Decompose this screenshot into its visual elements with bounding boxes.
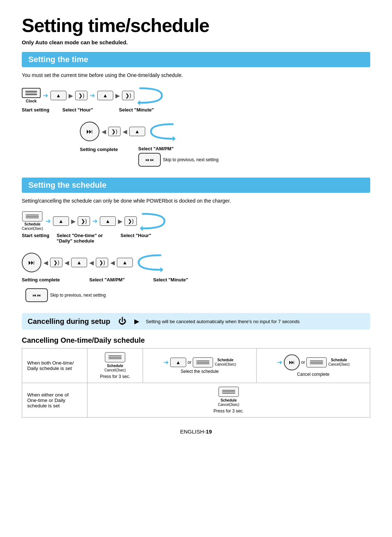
sched-setting-complete-label: Setting complete [22,277,73,282]
curve-arrow1 [136,85,166,106]
sched-skip-row: ⏮⏭ Skip to previous, next setting [25,288,370,302]
select-hour-label: Select "Hour" [62,107,106,113]
sched-row1: ScheduleCancel(3sec) ➜ ▲ ▶ ❯) ➜ ▲ ▶ ❯) [22,210,370,232]
cancel-row2: When either one of One-time or Daily sch… [22,383,370,418]
time-row2-labels: Setting complete Select "AM/PM" ⏮⏭ Skip … [80,146,370,167]
clock-label: Clock [26,99,37,103]
time-row2: ⏭ ◀ ❯) ◀ ▲ [80,121,370,142]
left-arrow1: ◀ [102,128,106,135]
ampm-up-icon: ▲ [129,127,145,136]
hour-next-group: ❯) [75,91,87,100]
sched-next2: ❯) [124,216,137,226]
cancel-row1-label: When both One-time/ Daily schedule is se… [22,349,87,383]
cancel-schedule-section: Cancelling One-time/Daily schedule When … [22,336,370,418]
sched-next4: ❯) [96,258,108,267]
cancel-or: or [188,360,192,365]
select-minute-label: Select "Minute" [119,107,166,113]
black-triangle: ▶ [134,317,139,325]
cancel-setup-desc: Setting will be canceled automatically w… [146,319,300,324]
start-setting-label: Start setting [22,107,49,113]
sched-row2: ⏭ ◀ ❯) ◀ ▲ ◀ ❯) ◀ ▲ [22,252,370,273]
cancel-row1-complete: ➜ ⏭ or ScheduleCancel(3sec) Cancel compl… [257,349,370,383]
time-setting-complete-label: Setting complete [80,146,118,152]
time-row1-labels: Start setting Select "Hour" Select "Minu… [22,107,370,113]
triangle-right2: ▶ [115,92,120,99]
triangle-right1: ▶ [69,92,73,99]
cancel-row1: When both One-time/ Daily schedule is se… [22,349,370,383]
power-icon: ⏻ [118,317,126,326]
sched-select-hour-label: Select "Hour" [121,233,168,238]
sched-next3: ❯) [50,258,62,267]
cancel-playpause: ⏭ [284,354,300,370]
minute-up-group: ▲ [97,91,113,100]
cancel-row2-press-label: Press for 3 sec. [213,408,244,414]
footer-number: 19 [206,428,212,435]
sched-start-label: Start setting [22,233,51,238]
setting-time-section: Setting the time You must set the curren… [22,52,370,167]
skip-label: Skip to previous, next setting [163,157,219,162]
sched-curve1 [139,210,168,232]
subtitle: Only Auto clean mode can be scheduled. [22,39,370,45]
cancel-sched-icon4 [219,387,239,397]
setting-schedule-section: Setting the schedule Setting/cancelling … [22,178,370,302]
sched-icon-label: ScheduleCancel(3sec) [22,222,43,231]
clock-icon [22,88,41,98]
sched-up3: ▲ [71,258,87,267]
hour-next-icon: ❯) [75,91,87,100]
sched-select-onetime-label: Select "One-time" or "Daily" schedule [57,233,111,244]
svg-marker-0 [137,100,140,105]
sched-flow-area: ScheduleCancel(3sec) ➜ ▲ ▶ ❯) ➜ ▲ ▶ ❯) S… [22,210,370,302]
hour-up-group: ▲ [50,91,66,100]
setting-time-desc: You must set the current time before usi… [22,72,370,78]
skip-row: ⏮⏭ Skip to previous, next setting [138,153,219,167]
prev-next-icon: ⏮⏭ [138,153,161,167]
sched-clock-group: ScheduleCancel(3sec) [22,211,43,231]
cancel-arrow2: ➜ [277,358,282,366]
svg-marker-2 [140,226,143,231]
cancel-setup-title: Cancelling during setup [28,317,110,326]
time-select-ampm-label: Select "AM/PM" ⏮⏭ Skip to previous, next… [138,146,219,167]
cancel-or2: or [301,360,305,365]
playpause-icon: ⏭ [80,122,99,141]
clock-group: Clock [22,88,41,103]
footer: ENGLISH-19 [22,428,370,435]
sched-up4: ▲ [117,258,133,267]
svg-marker-3 [160,267,163,272]
cancel-sched-icon3 [306,357,327,367]
setting-schedule-desc: Setting/cancelling the schedule can only… [22,198,370,204]
sched-row1-labels: Start setting Select "One-time" or "Dail… [22,233,370,244]
left-arrow2: ◀ [123,128,127,135]
sched-up1: ▲ [53,216,69,226]
cancel-row1-select-label: Select the schedule [181,369,219,374]
sched-prev-next-icon: ⏮⏭ [25,288,48,302]
cancel-sched-icon2 [193,357,213,367]
time-row1: Clock ➜ ▲ ▶ ❯) ➜ ▲ ▶ ❯) [22,85,370,106]
time-flow-area: Clock ➜ ▲ ▶ ❯) ➜ ▲ ▶ ❯) [22,85,370,167]
cancel-row1-press: ScheduleCancel(3sec) Press for 3 sec. [87,349,143,383]
svg-marker-1 [173,136,176,141]
hour-up-icon: ▲ [50,91,66,100]
sched-select-ampm-label: Select "AM/PM" [89,277,140,282]
cancel-up-icon: ▲ [170,358,186,367]
cancel-row1-select: ➜ ▲ or ScheduleCancel(3sec) Select the s… [143,349,257,383]
minute-up-icon: ▲ [97,91,113,100]
sched-playpause: ⏭ [22,253,41,272]
cancel-setup-bar: Cancelling during setup ⏻ ▶ Setting will… [22,313,370,330]
cancel-arrow1: ➜ [163,358,169,366]
sched-select-minute-label: Select "Minute" [153,277,188,282]
setting-time-header: Setting the time [22,52,370,67]
cancel-schedule-header: Cancelling One-time/Daily schedule [22,336,370,345]
page-title: Setting time/schedule [22,15,370,36]
sched-icon [22,211,42,221]
sched-arrow2: ➜ [92,217,98,225]
cancel-schedule-table: When both One-time/ Daily schedule is se… [22,348,370,418]
sched-skip-label: Skip to previous, next setting [50,293,106,298]
sched-arrow1: ➜ [45,217,51,225]
minute-next-group: ❯) [122,91,134,100]
sched-row2-labels: Setting complete Select "AM/PM" Select "… [22,277,370,282]
cancel-row2-label: When either one of One-time or Daily sch… [22,383,87,418]
cancel-row1-press-label: Press for 3 sec. [100,374,130,379]
cancel-row2-press: ScheduleCancel(3sec) Press for 3 sec. [87,383,370,418]
sched-curve2 [135,252,164,273]
playpause-group: ⏭ [80,122,99,141]
